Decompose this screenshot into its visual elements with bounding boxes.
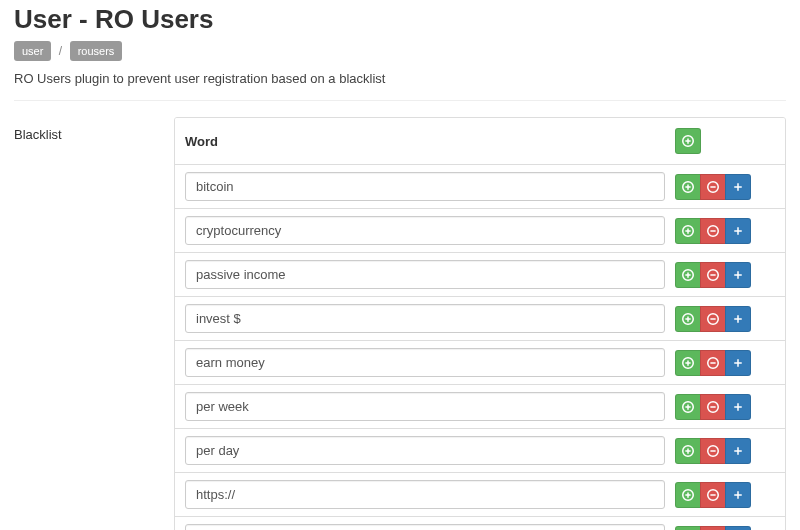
row-actions <box>675 306 751 332</box>
table-row <box>175 428 785 472</box>
plus-icon <box>732 489 744 501</box>
minus-circle-icon <box>707 445 719 457</box>
row-add-button[interactable] <box>675 438 701 464</box>
minus-circle-icon <box>707 269 719 281</box>
row-actions <box>675 262 751 288</box>
plus-circle-icon <box>682 135 694 147</box>
plus-icon <box>732 269 744 281</box>
word-input[interactable] <box>185 260 665 289</box>
row-move-button[interactable] <box>725 218 751 244</box>
row-actions <box>675 394 751 420</box>
row-add-button[interactable] <box>675 350 701 376</box>
row-move-button[interactable] <box>725 262 751 288</box>
plugin-description: RO Users plugin to prevent user registra… <box>14 71 786 86</box>
table-row <box>175 208 785 252</box>
table-row <box>175 340 785 384</box>
row-move-button[interactable] <box>725 306 751 332</box>
table-row <box>175 516 785 530</box>
row-move-button[interactable] <box>725 174 751 200</box>
table-row <box>175 252 785 296</box>
minus-circle-icon <box>707 225 719 237</box>
row-remove-button[interactable] <box>700 482 726 508</box>
row-actions <box>675 438 751 464</box>
row-move-button[interactable] <box>725 394 751 420</box>
table-row <box>175 164 785 208</box>
plus-circle-icon <box>682 313 694 325</box>
plus-circle-icon <box>682 269 694 281</box>
page-title: User - RO Users <box>14 4 786 35</box>
word-input[interactable] <box>185 348 665 377</box>
plus-icon <box>732 313 744 325</box>
row-remove-button[interactable] <box>700 526 726 531</box>
word-input[interactable] <box>185 172 665 201</box>
row-add-button[interactable] <box>675 394 701 420</box>
word-input[interactable] <box>185 436 665 465</box>
word-input[interactable] <box>185 392 665 421</box>
minus-circle-icon <box>707 181 719 193</box>
minus-circle-icon <box>707 357 719 369</box>
blacklist-field: Blacklist Word <box>14 117 786 530</box>
table-header-word: Word <box>185 134 675 149</box>
row-move-button[interactable] <box>725 526 751 531</box>
breadcrumb-user[interactable]: user <box>14 41 51 61</box>
row-remove-button[interactable] <box>700 262 726 288</box>
word-input[interactable] <box>185 480 665 509</box>
divider <box>14 100 786 101</box>
breadcrumb-separator: / <box>59 44 62 58</box>
row-actions <box>675 174 751 200</box>
add-row-button[interactable] <box>675 128 701 154</box>
plus-icon <box>732 401 744 413</box>
table-row <box>175 296 785 340</box>
blacklist-table: Word <box>174 117 786 530</box>
row-remove-button[interactable] <box>700 174 726 200</box>
breadcrumb: user / rousers <box>14 41 786 61</box>
breadcrumb-rousers[interactable]: rousers <box>70 41 123 61</box>
row-add-button[interactable] <box>675 262 701 288</box>
plus-circle-icon <box>682 225 694 237</box>
minus-circle-icon <box>707 313 719 325</box>
row-remove-button[interactable] <box>700 218 726 244</box>
table-row <box>175 472 785 516</box>
table-header-row: Word <box>175 118 785 164</box>
row-remove-button[interactable] <box>700 350 726 376</box>
plus-circle-icon <box>682 181 694 193</box>
plus-circle-icon <box>682 357 694 369</box>
row-move-button[interactable] <box>725 482 751 508</box>
plus-circle-icon <box>682 401 694 413</box>
row-actions <box>675 350 751 376</box>
row-add-button[interactable] <box>675 306 701 332</box>
plus-icon <box>732 357 744 369</box>
row-remove-button[interactable] <box>700 306 726 332</box>
row-actions <box>675 526 751 531</box>
plus-circle-icon <box>682 445 694 457</box>
row-move-button[interactable] <box>725 350 751 376</box>
row-add-button[interactable] <box>675 174 701 200</box>
word-input[interactable] <box>185 524 665 530</box>
plus-icon <box>732 181 744 193</box>
table-row <box>175 384 785 428</box>
row-move-button[interactable] <box>725 438 751 464</box>
minus-circle-icon <box>707 489 719 501</box>
row-add-button[interactable] <box>675 482 701 508</box>
word-input[interactable] <box>185 216 665 245</box>
word-input[interactable] <box>185 304 665 333</box>
plus-icon <box>732 225 744 237</box>
plus-icon <box>732 445 744 457</box>
plus-circle-icon <box>682 489 694 501</box>
row-remove-button[interactable] <box>700 438 726 464</box>
row-actions <box>675 482 751 508</box>
row-actions <box>675 218 751 244</box>
row-remove-button[interactable] <box>700 394 726 420</box>
row-add-button[interactable] <box>675 526 701 531</box>
minus-circle-icon <box>707 401 719 413</box>
blacklist-label: Blacklist <box>14 117 174 142</box>
row-add-button[interactable] <box>675 218 701 244</box>
